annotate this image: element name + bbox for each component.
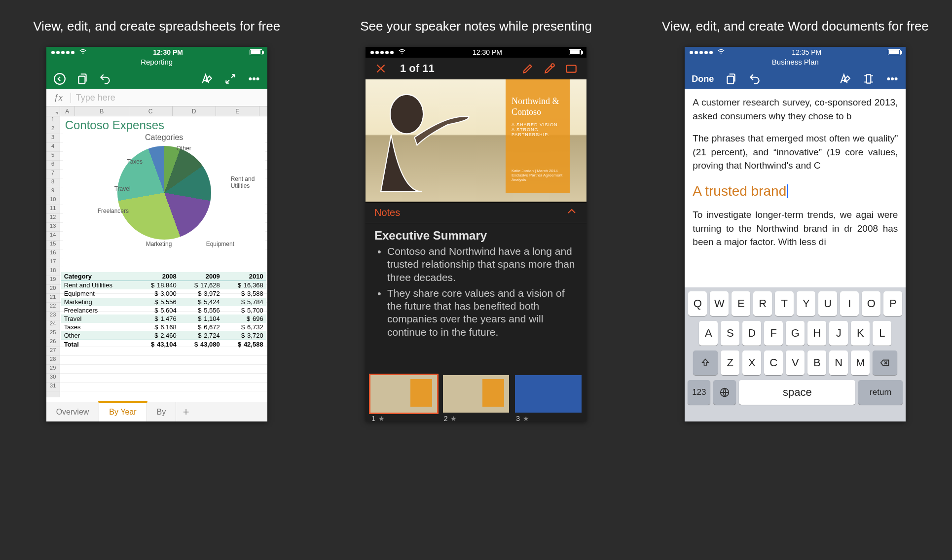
table-row[interactable]: Rent and Utilities$18,840$17,628$16,368: [61, 281, 266, 290]
row-header[interactable]: 4: [46, 143, 60, 152]
read-mode-icon[interactable]: [862, 72, 875, 85]
key-p[interactable]: P: [883, 291, 902, 316]
row-header[interactable]: 11: [46, 205, 60, 214]
row-header[interactable]: 3: [46, 134, 60, 143]
key-n[interactable]: N: [829, 350, 848, 375]
thumb-3[interactable]: 3★: [515, 375, 582, 413]
key-f[interactable]: F: [764, 321, 783, 346]
more-icon[interactable]: [248, 72, 260, 85]
table-row[interactable]: Taxes$6,168$6,672$6,732: [61, 323, 266, 331]
row-header[interactable]: 28: [46, 356, 60, 365]
table-row[interactable]: Marketing$5,556$5,424$5,784: [61, 298, 266, 306]
table-row[interactable]: Other$2,460$2,724$3,720: [61, 331, 266, 340]
key-g[interactable]: G: [786, 321, 805, 346]
row-header[interactable]: 30: [46, 374, 60, 383]
key-i[interactable]: I: [840, 291, 859, 316]
notes-body[interactable]: Executive Summary Contoso and Northwind …: [366, 223, 586, 371]
row-header[interactable]: 20: [46, 285, 60, 294]
close-icon[interactable]: [374, 62, 387, 75]
key-r[interactable]: R: [753, 291, 772, 316]
thumb-1[interactable]: 1★: [370, 375, 437, 413]
row-header[interactable]: 14: [46, 232, 60, 241]
key-m[interactable]: M: [851, 350, 870, 375]
row-header[interactable]: 10: [46, 196, 60, 205]
key-y[interactable]: Y: [797, 291, 815, 316]
add-sheet-icon[interactable]: +: [176, 402, 196, 421]
undo-icon[interactable]: [99, 72, 111, 85]
key-k[interactable]: K: [851, 321, 870, 346]
key-b[interactable]: B: [807, 350, 826, 375]
key-x[interactable]: X: [742, 350, 761, 375]
key-v[interactable]: V: [786, 350, 805, 375]
key-w[interactable]: W: [710, 291, 729, 316]
key-c[interactable]: C: [764, 350, 783, 375]
tab-by-year[interactable]: By Year: [99, 402, 146, 421]
key-u[interactable]: U: [818, 291, 837, 316]
key-l[interactable]: L: [873, 321, 891, 346]
key-j[interactable]: J: [829, 321, 848, 346]
slide-preview[interactable]: Northwind &Contoso A SHARED VISION.A STR…: [366, 79, 586, 203]
key-return[interactable]: return: [858, 380, 903, 405]
key-123[interactable]: 123: [688, 380, 710, 405]
undo-icon[interactable]: [748, 72, 761, 85]
share-icon[interactable]: [725, 72, 737, 85]
back-icon[interactable]: [53, 72, 66, 85]
row-header[interactable]: 31: [46, 383, 60, 391]
formula-bar[interactable]: ƒx Type here: [46, 89, 267, 106]
row-header[interactable]: 7: [46, 170, 60, 178]
row-header[interactable]: 16: [46, 249, 60, 258]
key-e[interactable]: E: [732, 291, 750, 316]
more-icon[interactable]: [886, 72, 899, 85]
row-header[interactable]: 12: [46, 214, 60, 223]
thumb-2[interactable]: 2★: [443, 375, 510, 413]
key-shift-icon[interactable]: [693, 350, 718, 375]
key-d[interactable]: D: [742, 321, 761, 346]
row-header[interactable]: 15: [46, 241, 60, 249]
tab-by[interactable]: By: [147, 402, 177, 421]
table-row[interactable]: Equipment$3,000$3,972$3,588: [61, 289, 266, 298]
key-s[interactable]: S: [721, 321, 739, 346]
pen-icon[interactable]: [521, 62, 534, 75]
key-t[interactable]: T: [775, 291, 794, 316]
row-header[interactable]: 24: [46, 320, 60, 329]
font-edit-icon[interactable]: [200, 72, 213, 85]
key-space[interactable]: space: [739, 380, 855, 405]
share-icon[interactable]: [76, 72, 89, 85]
row-header[interactable]: 8: [46, 178, 60, 187]
row-header[interactable]: 18: [46, 267, 60, 276]
row-header[interactable]: 1: [46, 116, 60, 125]
key-a[interactable]: A: [699, 321, 718, 346]
row-header[interactable]: 5: [46, 152, 60, 161]
table-row[interactable]: Travel$1,476$1,104$696: [61, 315, 266, 323]
blank-screen-icon[interactable]: [565, 62, 578, 75]
row-header[interactable]: 6: [46, 161, 60, 170]
expand-icon[interactable]: [224, 72, 237, 85]
row-header[interactable]: 25: [46, 329, 60, 338]
row-header[interactable]: 21: [46, 294, 60, 303]
key-globe-icon[interactable]: [713, 380, 736, 405]
row-header[interactable]: 2: [46, 125, 60, 134]
font-edit-icon[interactable]: [839, 72, 851, 85]
key-o[interactable]: O: [862, 291, 880, 316]
row-header[interactable]: 27: [46, 347, 60, 356]
row-header[interactable]: 17: [46, 258, 60, 267]
row-header[interactable]: 23: [46, 312, 60, 320]
formula-input[interactable]: Type here: [71, 93, 267, 103]
row-header[interactable]: 9: [46, 187, 60, 196]
grid[interactable]: 1234567891011121314151617181920212223242…: [46, 116, 267, 397]
row-header[interactable]: 29: [46, 365, 60, 374]
select-all-handle[interactable]: [46, 106, 60, 116]
key-z[interactable]: Z: [721, 350, 739, 375]
tab-overview[interactable]: Overview: [46, 402, 100, 421]
document-body[interactable]: A customer research survey, co-sponsored…: [685, 89, 906, 286]
table-row[interactable]: Freelancers$5,604$5,556$5,700: [61, 306, 266, 315]
row-header[interactable]: 26: [46, 338, 60, 347]
row-header[interactable]: 22: [46, 303, 60, 312]
key-q[interactable]: Q: [688, 291, 707, 316]
row-header[interactable]: 13: [46, 223, 60, 232]
pen-settings-icon[interactable]: [543, 62, 556, 75]
notes-header[interactable]: Notes: [366, 203, 586, 223]
done-button[interactable]: Done: [692, 74, 714, 84]
key-h[interactable]: H: [807, 321, 826, 346]
row-header[interactable]: 19: [46, 276, 60, 285]
